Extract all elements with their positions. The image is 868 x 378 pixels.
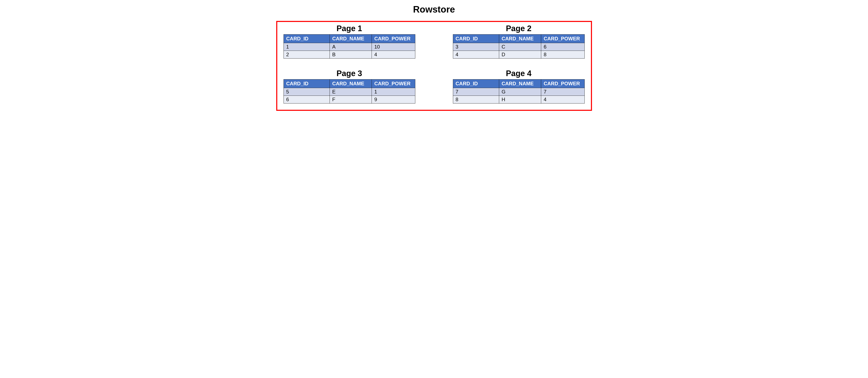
table-row: 2 B 4	[283, 51, 415, 59]
page-table: CARD_ID CARD_NAME CARD_POWER 3 C 6 4 D 8	[453, 34, 585, 59]
col-header-card-name: CARD_NAME	[499, 80, 541, 88]
cell-card-name: A	[330, 43, 372, 51]
cell-card-name: H	[499, 96, 541, 103]
page-table: CARD_ID CARD_NAME CARD_POWER 7 G 7 8 H 4	[453, 79, 585, 103]
col-header-card-id: CARD_ID	[283, 34, 330, 43]
col-header-card-id: CARD_ID	[453, 80, 499, 88]
col-header-card-power: CARD_POWER	[541, 34, 585, 43]
page-table: CARD_ID CARD_NAME CARD_POWER 5 E 1 6 F 9	[283, 79, 415, 103]
diagram-title: Rowstore	[2, 4, 866, 14]
cell-card-power: 7	[541, 88, 585, 96]
cell-card-id: 6	[283, 96, 330, 103]
page-block-1: Page 1 CARD_ID CARD_NAME CARD_POWER 1 A …	[283, 24, 415, 59]
table-row: 3 C 6	[453, 43, 585, 51]
rowstore-container: Page 1 CARD_ID CARD_NAME CARD_POWER 1 A …	[276, 21, 592, 111]
cell-card-power: 10	[372, 43, 415, 51]
table-header-row: CARD_ID CARD_NAME CARD_POWER	[283, 80, 415, 88]
cell-card-id: 2	[283, 51, 330, 59]
col-header-card-name: CARD_NAME	[499, 34, 541, 43]
page-block-2: Page 2 CARD_ID CARD_NAME CARD_POWER 3 C …	[453, 24, 585, 59]
cell-card-name: E	[330, 88, 372, 96]
table-row: 5 E 1	[283, 88, 415, 96]
col-header-card-name: CARD_NAME	[330, 34, 372, 43]
page-title: Page 1	[283, 24, 415, 33]
cell-card-power: 4	[541, 96, 585, 103]
table-header-row: CARD_ID CARD_NAME CARD_POWER	[283, 34, 415, 43]
table-row: 4 D 8	[453, 51, 585, 59]
table-row: 8 H 4	[453, 96, 585, 103]
cell-card-power: 4	[372, 51, 415, 59]
table-row: 1 A 10	[283, 43, 415, 51]
col-header-card-name: CARD_NAME	[330, 80, 372, 88]
col-header-card-power: CARD_POWER	[541, 80, 585, 88]
page-block-3: Page 3 CARD_ID CARD_NAME CARD_POWER 5 E …	[283, 69, 415, 103]
page-table: CARD_ID CARD_NAME CARD_POWER 1 A 10 2 B …	[283, 34, 415, 59]
page-title: Page 3	[283, 69, 415, 78]
cell-card-id: 7	[453, 88, 499, 96]
page-title: Page 2	[453, 24, 585, 33]
cell-card-power: 9	[372, 96, 415, 103]
col-header-card-id: CARD_ID	[453, 34, 499, 43]
cell-card-power: 6	[541, 43, 585, 51]
cell-card-name: G	[499, 88, 541, 96]
table-header-row: CARD_ID CARD_NAME CARD_POWER	[453, 34, 585, 43]
cell-card-id: 1	[283, 43, 330, 51]
cell-card-name: B	[330, 51, 372, 59]
cell-card-name: F	[330, 96, 372, 103]
table-header-row: CARD_ID CARD_NAME CARD_POWER	[453, 80, 585, 88]
cell-card-id: 8	[453, 96, 499, 103]
page-block-4: Page 4 CARD_ID CARD_NAME CARD_POWER 7 G …	[453, 69, 585, 103]
cell-card-power: 8	[541, 51, 585, 59]
cell-card-id: 3	[453, 43, 499, 51]
col-header-card-power: CARD_POWER	[372, 34, 415, 43]
table-row: 6 F 9	[283, 96, 415, 103]
cell-card-name: C	[499, 43, 541, 51]
table-row: 7 G 7	[453, 88, 585, 96]
cell-card-id: 5	[283, 88, 330, 96]
cell-card-name: D	[499, 51, 541, 59]
page-title: Page 4	[453, 69, 585, 78]
col-header-card-power: CARD_POWER	[372, 80, 415, 88]
col-header-card-id: CARD_ID	[283, 80, 330, 88]
cell-card-id: 4	[453, 51, 499, 59]
cell-card-power: 1	[372, 88, 415, 96]
